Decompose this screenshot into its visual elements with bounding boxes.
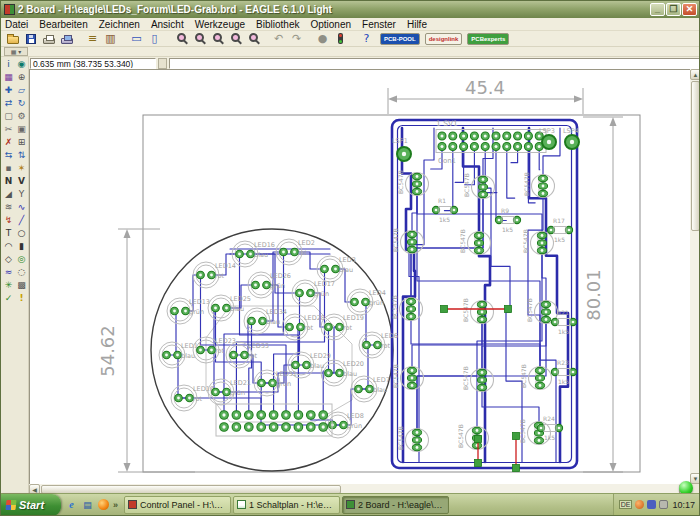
smash-tool[interactable]: ✶ [15,162,28,175]
text-tool[interactable]: T [2,227,15,240]
delete-tool[interactable]: ✗ [2,136,15,149]
rect-tool[interactable]: ▮ [15,240,28,253]
quick-launch-overflow[interactable]: » [113,500,118,510]
cut-tool[interactable]: ✂ [2,123,15,136]
menu-item-zeichnen[interactable]: Zeichnen [99,19,140,30]
taskbar-task-2[interactable]: 1 Schaltplan - H:\eagl... [233,496,340,514]
vertical-scrollbar[interactable]: ▲ ▼ [690,69,700,484]
cam-processor-button[interactable] [58,31,75,46]
help-button[interactable]: ? [358,31,375,46]
change-tool[interactable]: ⚙ [15,110,28,123]
scroll-down-arrow[interactable]: ▼ [690,473,700,484]
zoom-select-button[interactable] [244,31,261,46]
add-tool[interactable]: ⊞ [15,136,28,149]
design-link-badge[interactable]: designlink [425,33,463,45]
svg-text:1k5: 1k5 [439,216,450,223]
grid-button[interactable]: ▦▾ [4,47,28,56]
errors-tool[interactable]: ! [15,292,28,305]
firefox-icon[interactable] [97,498,110,511]
svg-text:1k5: 1k5 [502,226,513,233]
svg-text:1k5: 1k5 [558,328,569,335]
menu-item-bearbeiten[interactable]: Bearbeiten [39,19,87,30]
menu-item-werkzeuge[interactable]: Werkzeuge [195,19,245,30]
svg-text:blau: blau [254,251,268,259]
zoom-out-button[interactable] [208,31,225,46]
hole-tool[interactable]: ◌ [15,266,28,279]
undo-button[interactable]: ↶ [270,31,287,46]
internet-explorer-icon[interactable]: e [65,498,78,511]
route-tool[interactable]: ∿ [15,201,28,214]
zoom-fit-button[interactable] [172,31,189,46]
stop-button[interactable]: ● [314,31,331,46]
info-tool[interactable]: i [2,58,15,71]
grid-toolbar-row: ▦▾ [1,47,699,57]
command-input[interactable] [169,58,700,69]
pcb-experts-badge[interactable]: PCBexperts [467,33,509,45]
title-bar[interactable]: 2 Board - H:\eagle\LEDs_Forum\LED-Grab.b… [1,1,699,18]
print-button[interactable] [40,31,57,46]
start-button[interactable]: Start [1,494,61,516]
scroll-up-arrow[interactable]: ▲ [690,69,700,80]
vertical-scroll-thumb[interactable] [691,81,700,231]
lock-tool[interactable]: ▪ [2,162,15,175]
paste-tool[interactable]: ▣ [15,123,28,136]
mirror-tool[interactable]: ⇄ [2,97,15,110]
value-tool[interactable]: V [15,175,28,188]
close-button[interactable]: ✕ [682,3,697,16]
optimize-tool[interactable]: ≋ [2,201,15,214]
menu-item-hilfe[interactable]: Hilfe [407,19,427,30]
signal-tool[interactable]: ≈ [2,266,15,279]
menu-item-optionen[interactable]: Optionen [310,19,351,30]
zoom-redraw-button[interactable] [226,31,243,46]
menu-item-fenster[interactable]: Fenster [362,19,396,30]
arc-tool[interactable]: ◠ [2,240,15,253]
show-desktop-icon[interactable]: ▤ [81,498,94,511]
maximize-button[interactable]: ❐ [666,3,681,16]
copy-tool[interactable]: ▱ [15,84,28,97]
run-ulp-button[interactable]: ▥ [102,31,119,46]
save-button[interactable] [22,31,39,46]
open-button[interactable] [4,31,21,46]
grid-icon: ▦ [11,48,17,55]
rotate-tool[interactable]: ↻ [15,97,28,110]
via-tool[interactable]: ◎ [15,253,28,266]
pinswap-tool[interactable]: ⇆ [2,149,15,162]
menu-item-ansicht[interactable]: Ansicht [151,19,184,30]
language-indicator[interactable]: DE [619,500,633,509]
circle-tool[interactable]: ○ [15,227,28,240]
svg-text:LED7: LED7 [373,376,390,384]
script-button[interactable]: ≡ [84,31,101,46]
drc-tool[interactable]: ✓ [2,292,15,305]
taskbar-task-3[interactable]: 2 Board - H:\eagle\LE... [342,496,449,514]
polygon-tool[interactable]: ◇ [2,253,15,266]
pcb-pool-badge[interactable]: PCB-POOL [380,33,420,45]
replace-tool[interactable]: ⇅ [15,149,28,162]
zoom-in-button[interactable] [190,31,207,46]
auto-router-tool[interactable]: ▩ [15,279,28,292]
split-tool[interactable]: Y [15,188,28,201]
taskbar-task-1[interactable]: Control Panel - H:\ea... [124,496,231,514]
menu-item-datei[interactable]: Datei [5,19,28,30]
miter-tool[interactable]: ◢ [2,188,15,201]
traffic-light-button[interactable] [332,31,349,46]
mark-tool[interactable]: ⊕ [15,71,28,84]
svg-text:blau: blau [339,266,353,274]
ratsnest-tool[interactable]: ✳ [2,279,15,292]
menu-item-bibliothek[interactable]: Bibliothek [256,19,299,30]
minimize-button[interactable]: _ [650,3,665,16]
open-board-button[interactable]: ▯ [146,31,163,46]
tray-icon-1[interactable] [635,500,644,509]
drawing-canvas[interactable]: 45.4 80.01 [29,69,690,484]
tray-icon-3[interactable] [659,500,668,509]
open-schematic-button[interactable]: ▭ [128,31,145,46]
tray-icon-2[interactable] [647,500,656,509]
redo-button[interactable]: ↷ [288,31,305,46]
ripup-tool[interactable]: ↯ [2,214,15,227]
svg-text:rot: rot [193,395,203,403]
wire-tool[interactable]: ╱ [15,214,28,227]
name-tool[interactable]: N [2,175,15,188]
group-tool[interactable]: ▢ [2,110,15,123]
move-tool[interactable]: ✚ [2,84,15,97]
display-layers-tool[interactable]: ▦ [2,71,15,84]
show-tool[interactable]: ◉ [15,58,28,71]
